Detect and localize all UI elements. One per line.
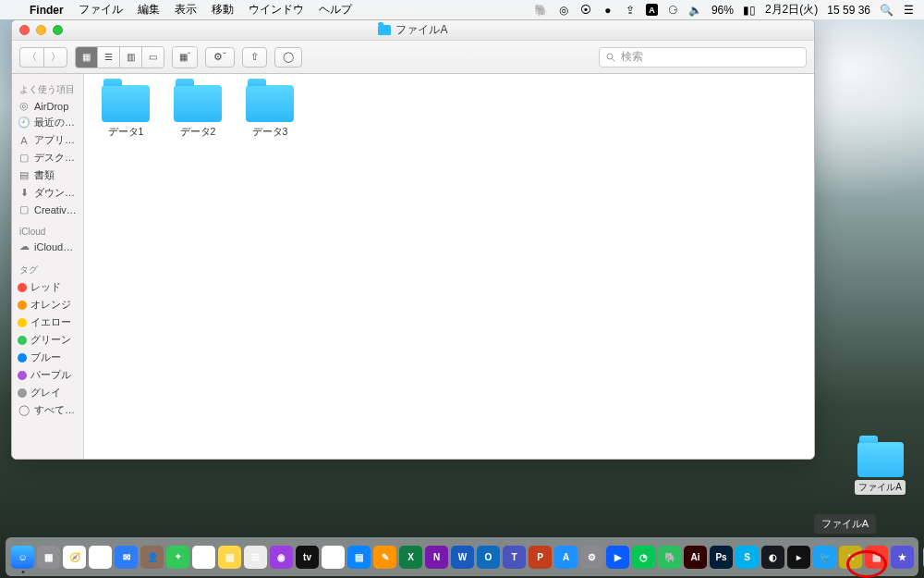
sidebar-item-clock[interactable]: 🕘 最近の… bbox=[12, 114, 83, 131]
sidebar-item-label: 最近の… bbox=[34, 116, 75, 129]
status-battery-icon[interactable]: ▮▯ bbox=[743, 4, 756, 17]
dock-teams-icon[interactable]: T bbox=[503, 546, 526, 569]
status-record-icon[interactable]: ⦿ bbox=[579, 4, 592, 17]
dock-maps-icon[interactable]: ⌖ bbox=[166, 546, 189, 569]
status-volume-icon[interactable]: 🔈 bbox=[689, 4, 702, 17]
menu-file[interactable]: ファイル bbox=[71, 2, 130, 18]
status-dot-icon[interactable]: ● bbox=[602, 4, 614, 17]
dock-mail-icon[interactable]: ✉ bbox=[115, 546, 138, 569]
dock-steam-icon[interactable]: ◐ bbox=[761, 546, 784, 569]
status-time[interactable]: 15 59 36 bbox=[827, 4, 870, 17]
dock-twitter-icon[interactable]: 🐦 bbox=[813, 546, 836, 569]
sidebar-tag[interactable]: グリーン bbox=[12, 331, 83, 349]
sidebar-item-app[interactable]: A アプリ… bbox=[12, 131, 83, 149]
dock-notes-icon[interactable]: ▤ bbox=[218, 546, 241, 569]
traffic-minimize-button[interactable] bbox=[36, 25, 46, 35]
view-column-button[interactable]: ▥ bbox=[120, 47, 142, 68]
dock-safari-icon[interactable]: 🧭 bbox=[63, 546, 86, 569]
menu-window[interactable]: ウインドウ bbox=[241, 2, 311, 18]
view-icon-button[interactable]: ▦ bbox=[76, 47, 98, 68]
search-field[interactable]: 検索 bbox=[599, 47, 807, 68]
sidebar-tag[interactable]: ◯すべて… bbox=[12, 401, 83, 419]
status-compass-icon[interactable]: ◎ bbox=[557, 4, 570, 17]
dock-clips-icon[interactable]: ☰ bbox=[244, 546, 267, 569]
status-input-source-icon[interactable]: A bbox=[646, 4, 658, 16]
dock-illustrator-icon[interactable]: Ai bbox=[684, 546, 707, 569]
dock-zoom-icon[interactable]: ▶ bbox=[606, 546, 629, 569]
file-item[interactable]: データ2 bbox=[165, 85, 230, 139]
dock-line-icon[interactable]: ◔ bbox=[632, 546, 655, 569]
sidebar-item-airdrop[interactable]: ◎ AirDrop bbox=[12, 98, 83, 114]
dock-skype-icon[interactable]: S bbox=[736, 546, 759, 569]
traffic-zoom-button[interactable] bbox=[53, 25, 63, 35]
dock-vlc-icon[interactable]: ▸ bbox=[787, 546, 810, 569]
sidebar-tag[interactable]: グレイ bbox=[12, 384, 83, 401]
sidebar-tag[interactable]: イエロー bbox=[12, 314, 83, 331]
sidebar-tag[interactable]: レッド bbox=[12, 278, 83, 296]
file-item[interactable]: データ1 bbox=[93, 85, 158, 139]
dock-excel-icon[interactable]: X bbox=[399, 546, 422, 569]
dock-outlook-icon[interactable]: O bbox=[477, 546, 500, 569]
status-wifi-icon[interactable]: ⚆ bbox=[667, 4, 680, 17]
dock-podcasts-icon[interactable]: ◉ bbox=[270, 546, 293, 569]
dock-photoshop-icon[interactable]: Ps bbox=[710, 546, 733, 569]
sidebar-item-label: iCloud… bbox=[34, 241, 73, 252]
file-item[interactable]: データ3 bbox=[237, 85, 302, 139]
sidebar-tag[interactable]: ブルー bbox=[12, 349, 83, 366]
arrange-button[interactable]: ▦ˇ bbox=[173, 47, 197, 68]
sidebar-item-icloud[interactable]: ☁ iCloud… bbox=[12, 239, 83, 254]
view-gallery-button[interactable]: ▭ bbox=[142, 47, 164, 68]
finder-content-area[interactable]: データ1 データ2 データ3 bbox=[84, 74, 814, 459]
traffic-close-button[interactable] bbox=[19, 25, 30, 35]
dock-chrome-icon[interactable]: ◉ bbox=[89, 546, 112, 569]
status-evernote-icon[interactable]: 🐘 bbox=[535, 4, 548, 17]
dock-pages-icon[interactable]: ✎ bbox=[373, 546, 396, 569]
desktop-folder[interactable]: ファイルA bbox=[855, 442, 906, 495]
dock-evernote-icon[interactable]: 🐘 bbox=[658, 546, 681, 569]
nav-forward-button[interactable]: 〉 bbox=[43, 47, 67, 68]
sidebar-item-desk[interactable]: ▢ デスク… bbox=[12, 149, 83, 166]
status-date[interactable]: 2月2日(火) bbox=[765, 2, 818, 18]
sidebar-item-doc[interactable]: ▤ 書類 bbox=[12, 166, 83, 184]
sidebar-item-label: デスク… bbox=[34, 151, 75, 165]
view-list-button[interactable]: ☰ bbox=[98, 47, 120, 68]
dock-contacts-icon[interactable]: 👤 bbox=[140, 546, 164, 569]
airdrop-icon: ◎ bbox=[18, 100, 30, 112]
dock-onenote-icon[interactable]: N bbox=[425, 546, 448, 569]
action-menu-button[interactable]: ⚙ˇ bbox=[205, 47, 235, 68]
dock-word-icon[interactable]: W bbox=[451, 546, 474, 569]
menu-help[interactable]: ヘルプ bbox=[311, 2, 359, 18]
share-button[interactable]: ⇧ bbox=[242, 47, 267, 68]
tags-button[interactable]: ◯ bbox=[274, 47, 302, 68]
menubar-app-name[interactable]: Finder bbox=[22, 4, 71, 17]
window-titlebar[interactable]: ファイルA bbox=[12, 20, 814, 41]
status-spotlight-icon[interactable]: 🔍 bbox=[880, 4, 893, 17]
arrange-segment: ▦ˇ bbox=[172, 46, 198, 68]
dock-appstore-icon[interactable]: A bbox=[554, 546, 578, 569]
dock-tv-icon[interactable]: tv bbox=[296, 546, 319, 569]
status-menu-icon[interactable]: ☰ bbox=[902, 4, 915, 17]
dock-keynote-icon[interactable]: ▤ bbox=[347, 546, 371, 569]
dock-settings-icon[interactable]: ⚙ bbox=[580, 546, 603, 569]
menu-bar: Finder ファイル 編集 表示 移動 ウインドウ ヘルプ 🐘 ◎ ⦿ ● ⇪… bbox=[0, 0, 924, 19]
sidebar-item-folder[interactable]: ▢ Creativ… bbox=[12, 202, 83, 217]
dock-todo-icon[interactable]: ✕ bbox=[839, 546, 862, 569]
dock-notes2-icon[interactable]: ▤ bbox=[865, 546, 888, 569]
status-sync-icon[interactable]: ⇪ bbox=[624, 4, 637, 17]
dock-tooltip: ファイルA bbox=[814, 514, 876, 534]
dock-finder-icon[interactable]: ☺ bbox=[11, 546, 34, 569]
dock-imovie-icon[interactable]: ★ bbox=[891, 546, 914, 569]
dock-calendar-icon[interactable]: 2 bbox=[192, 546, 215, 569]
sidebar-item-download[interactable]: ⬇ ダウン… bbox=[12, 184, 83, 202]
sidebar-tag[interactable]: パープル bbox=[12, 366, 83, 384]
nav-back-button[interactable]: 〈 bbox=[19, 47, 43, 68]
dock-powerpoint-icon[interactable]: P bbox=[529, 546, 552, 569]
menu-edit[interactable]: 編集 bbox=[130, 2, 167, 18]
menu-view[interactable]: 表示 bbox=[167, 2, 204, 18]
status-battery-pct[interactable]: 96% bbox=[711, 4, 734, 17]
dock-launchpad-icon[interactable]: ▦ bbox=[37, 546, 60, 569]
sidebar-tag[interactable]: オレンジ bbox=[12, 296, 83, 314]
menu-go[interactable]: 移動 bbox=[204, 2, 241, 18]
desk-icon: ▢ bbox=[18, 152, 30, 164]
dock-numbers-icon[interactable]: ▥ bbox=[322, 546, 345, 569]
